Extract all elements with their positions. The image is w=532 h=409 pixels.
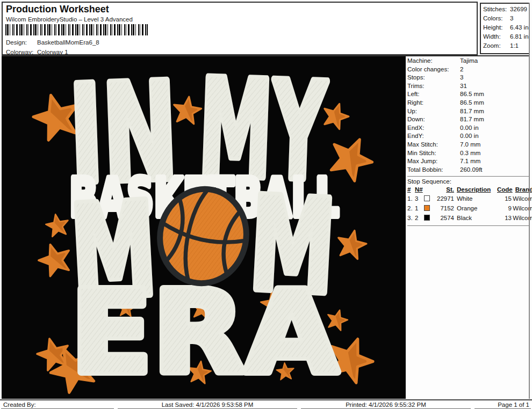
stitch-count: 22971 (433, 195, 454, 203)
stitch-count: 2574 (433, 214, 454, 223)
created-by: Created By: (1, 400, 114, 409)
needle-number: 3 (415, 195, 424, 203)
machine-info-row: Min Stitch:0.3 mm (407, 149, 530, 158)
machine-info-label: Color changes: (407, 65, 460, 74)
stop-sequence-table: # N# St. Description Code Brand 1.322971… (407, 186, 530, 223)
machine-info-rows: Machine:TajimaColor changes:2Stops:3Trim… (407, 57, 530, 174)
machine-info-value: 86.5 mm (460, 90, 484, 99)
thread-stop-num: 3. (407, 214, 415, 223)
col-code: Code (497, 186, 512, 194)
thread-code: 15 (497, 195, 512, 203)
summary-label: Zoom: (483, 41, 510, 50)
machine-info-value: 7.0 mm (460, 141, 480, 149)
machine-info-value: 0.00 in (460, 124, 479, 133)
machine-info-row: Stops:3 (407, 74, 530, 82)
machine-info-row: EndX:0.00 in (407, 124, 530, 133)
col-num: # (407, 186, 415, 194)
machine-info-label: Total Bobbin: (407, 166, 460, 174)
thread-color-swatch (424, 195, 430, 201)
summary-row: Stitches:32699 (483, 5, 529, 14)
machine-info-label: Down: (407, 115, 460, 124)
summary-value: 1:1 (510, 41, 519, 50)
col-st: St. (433, 186, 454, 194)
machine-info-row: Max Jump:7.1 mm (407, 157, 530, 166)
stitch-count: 7152 (433, 204, 454, 213)
machine-info-row: Machine:Tajima (407, 57, 530, 65)
summary-label: Colors: (483, 14, 510, 23)
machine-info-value: 31 (460, 82, 467, 91)
colorway-value: Colorway 1 (37, 49, 68, 55)
machine-info-label: Up: (407, 107, 460, 116)
machine-info-row: Trims:31 (407, 82, 530, 91)
thread-code: 13 (497, 214, 512, 223)
header-box: Production Worksheet Wilcom EmbroiderySt… (2, 2, 478, 55)
machine-info-value: 81.7 mm (460, 107, 484, 116)
star-icon (35, 239, 74, 278)
machine-info-label: Machine: (407, 57, 460, 65)
summary-row: Height:6.43 in (483, 23, 529, 32)
machine-info-value: 86.5 mm (460, 99, 484, 107)
table-bottom-rule (407, 225, 530, 226)
machine-info-value: 0.00 in (460, 132, 479, 141)
page-number: Page 1 of 1 (475, 400, 531, 409)
machine-info-label: Stops: (407, 74, 460, 82)
machine-info-label: Min Stitch: (407, 149, 460, 158)
embroidery-design: IN MY BASKETBALL M M ERA (2, 56, 406, 399)
thread-color-swatch (424, 194, 433, 204)
needle-number: 2 (415, 214, 424, 223)
machine-info-row: EndY:0.00 in (407, 132, 530, 141)
design-row: Design: BasketballMomEra6_8 (6, 39, 99, 46)
thread-color-swatch (424, 214, 433, 223)
machine-info-label: Left: (407, 90, 460, 99)
summary-value: 32699 (510, 5, 527, 14)
colorway-label: Colorway: (6, 49, 37, 55)
machine-info-value: 81.7 mm (460, 115, 484, 124)
machine-info-value: 7.1 mm (460, 157, 480, 166)
design-preview-canvas: IN MY BASKETBALL M M ERA (2, 56, 406, 399)
page-title: Production Worksheet (6, 4, 109, 15)
thread-stop-num: 2. (407, 204, 415, 213)
machine-info-label: Right: (407, 99, 460, 107)
thread-description: Orange (454, 204, 497, 213)
machine-info-label: EndY: (407, 132, 460, 141)
star-icon (335, 228, 369, 260)
col-needle: N# (415, 186, 424, 194)
machine-info-label: EndX: (407, 124, 460, 133)
summary-label: Height: (483, 23, 510, 32)
design-summary-box: Stitches:32699Colors:3Height:6.43 inWidt… (480, 3, 530, 54)
summary-row: Zoom:1:1 (483, 41, 529, 50)
thread-color-swatch (424, 204, 433, 214)
panel-divider (407, 176, 530, 177)
summary-value: 6.43 in (510, 23, 529, 32)
machine-info-row: Total Bobbin:260.09ft (407, 166, 530, 174)
machine-info-value: 3 (460, 74, 463, 82)
summary-value: 3 (510, 14, 513, 23)
machine-info-value: 260.09ft (460, 166, 483, 174)
stop-sequence-title: Stop Sequence: (407, 178, 530, 186)
thread-description: Black (454, 214, 497, 223)
machine-info-label: Max Stitch: (407, 141, 460, 149)
summary-value: 6.81 in (510, 32, 529, 41)
app-subtitle: Wilcom EmbroideryStudio – Level 3 Advanc… (6, 16, 133, 23)
machine-info-label: Trims: (407, 82, 460, 91)
thread-color-swatch (424, 205, 430, 211)
machine-info-row: Color changes:2 (407, 65, 530, 74)
machine-info-row: Left:86.5 mm (407, 90, 530, 99)
barcode-image (5, 24, 148, 35)
summary-row: Width:6.81 in (483, 32, 529, 41)
page-right-edge (529, 3, 530, 399)
machine-info-value: Tajima (460, 57, 478, 65)
thread-stop-num: 1. (407, 195, 415, 203)
summary-label: Stitches: (483, 5, 510, 14)
design-text-era: ERA (70, 266, 338, 399)
production-worksheet-page: Production Worksheet Wilcom EmbroiderySt… (0, 0, 532, 409)
col-description: Description (454, 186, 497, 194)
design-value: BasketballMomEra6_8 (37, 39, 99, 46)
star-icon (45, 213, 70, 237)
machine-info-row: Up:81.7 mm (407, 107, 530, 116)
thread-code: 9 (497, 204, 512, 213)
last-saved: Last Saved: 4/1/2026 9:53:58 PM (118, 400, 297, 409)
machine-info-value: 2 (460, 65, 463, 74)
machine-info-label: Max Jump: (407, 157, 460, 166)
machine-info-row: Max Stitch:7.0 mm (407, 141, 530, 149)
